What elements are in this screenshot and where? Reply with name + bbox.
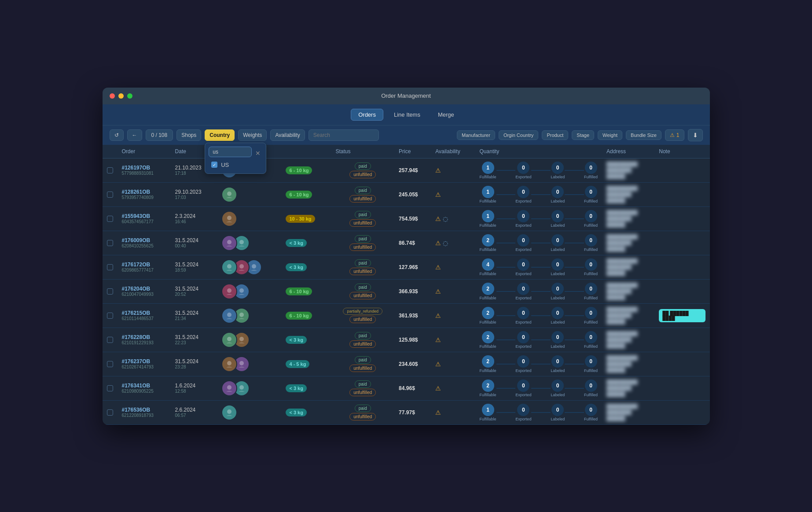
tab-orders[interactable]: Orders — [351, 109, 383, 121]
row-checkbox[interactable] — [107, 385, 113, 391]
svg-point-10 — [227, 313, 231, 317]
bundle-size-filter[interactable]: Bundle Size — [626, 130, 661, 140]
status-group: paid unfulfilled — [335, 162, 390, 178]
row-checkbox[interactable] — [107, 167, 113, 173]
qty-label: Fulfilled — [584, 199, 598, 203]
qty-connector — [565, 218, 584, 219]
col-order: Order — [118, 145, 171, 158]
country-dropdown-close[interactable]: ✕ — [254, 149, 262, 158]
table-row[interactable]: #176215OB621011448653731.5.202421:34 6 -… — [103, 303, 710, 328]
download-button[interactable]: ⬇ — [688, 129, 703, 141]
qty-label: Labeled — [551, 247, 565, 252]
country-button[interactable]: Country — [205, 129, 235, 141]
qty-value: 0 — [551, 210, 564, 222]
row-checkbox[interactable] — [107, 216, 113, 222]
payment-status: paid — [355, 356, 371, 364]
order-date: 31.5.2024 — [175, 286, 213, 292]
close-traffic-light[interactable] — [110, 93, 115, 99]
svg-point-17 — [239, 385, 244, 390]
qty-connector — [496, 388, 516, 389]
order-sub: 6210114486537 — [122, 316, 166, 321]
table-row[interactable]: #176237OB621026741479331.5.202423:28 4 -… — [103, 352, 710, 376]
qty-value: 0 — [551, 307, 564, 319]
tab-merge[interactable]: Merge — [431, 109, 461, 121]
qty-node-labeled: 0 Labeled — [551, 234, 565, 252]
country-search-input[interactable] — [209, 147, 252, 157]
fulfillment-status: unfulfilled — [349, 268, 376, 275]
availability-warning-icon: ⚠ — [435, 264, 441, 271]
col-status: Status — [331, 145, 394, 158]
availability-button[interactable]: Availability — [270, 129, 305, 141]
table-row[interactable]: #155943OB60435745671772.3.202416:46 10 -… — [103, 206, 710, 231]
product-image — [221, 187, 237, 203]
country-filter: Country ✕ ✓ US — [205, 129, 235, 141]
shops-button[interactable]: Shops — [176, 129, 201, 141]
minimize-traffic-light[interactable] — [118, 93, 124, 99]
refresh-button[interactable]: ↺ — [110, 129, 124, 141]
alert-count: 1 — [676, 132, 680, 138]
address-block: ████████████████████████ — [606, 258, 650, 276]
address-block: ████████████████████████ — [606, 161, 650, 180]
stage-filter[interactable]: Stage — [572, 130, 594, 140]
table-row[interactable]: #128261OB579395774080929.10.202317:03 6 … — [103, 182, 710, 206]
qty-node-labeled: 0 Labeled — [551, 307, 565, 324]
qty-label: Fulfilled — [584, 393, 598, 397]
svg-point-12 — [227, 337, 231, 341]
table-row[interactable]: #176204OB621004704999331.5.202420:52 6 -… — [103, 279, 710, 303]
table-row[interactable]: #176341OB62109809052251.6.202412:58 < 3 … — [103, 376, 710, 400]
row-checkbox[interactable] — [107, 264, 113, 270]
weights-button[interactable]: Weights — [238, 129, 267, 141]
back-button[interactable]: ← — [127, 129, 142, 141]
row-checkbox[interactable] — [107, 313, 113, 319]
qty-node-exported: 0 Exported — [515, 307, 531, 324]
order-time: 00:40 — [175, 243, 213, 248]
qty-label: Exported — [515, 320, 531, 324]
row-checkbox[interactable] — [107, 361, 113, 367]
table-row[interactable]: #126197OB577988893108121.10.202317:18 6 … — [103, 158, 710, 182]
qty-value: 0 — [551, 258, 564, 271]
payment-status: paid — [355, 259, 371, 267]
product-filter[interactable]: Product — [542, 130, 568, 140]
order-id: #176009OB — [122, 237, 166, 243]
order-date: 31.5.2024 — [175, 262, 213, 268]
row-checkbox[interactable] — [107, 409, 113, 416]
availability-warning-icon: ⚠ — [435, 409, 441, 416]
svg-point-6 — [239, 264, 244, 269]
qty-value: 2 — [482, 379, 494, 392]
alert-button[interactable]: ⚠ 1 — [665, 129, 684, 141]
table-row[interactable]: #176536OB62122089187932.6.202406:57 < 3 … — [103, 400, 710, 424]
address-block: ████████████████████████ — [606, 282, 650, 301]
payment-status: paid — [355, 332, 371, 339]
row-checkbox[interactable] — [107, 288, 113, 295]
fullscreen-traffic-light[interactable] — [127, 93, 132, 99]
origin-country-filter[interactable]: Orgin Country — [499, 130, 538, 140]
qty-value: 0 — [551, 234, 564, 247]
search-input[interactable] — [309, 129, 379, 141]
qty-label: Fulfilled — [584, 320, 598, 324]
table-header: Order Date Product Status Price Availabi… — [103, 145, 710, 158]
manufacturer-filter[interactable]: Manufacturer — [457, 130, 495, 140]
fulfillment-status: unfulfilled — [349, 292, 376, 299]
table-row[interactable]: #176172OB620986577741731.5.202418:59 < 3… — [103, 255, 710, 279]
table-row[interactable]: #176228OB621019122919331.5.202422:23 < 3… — [103, 328, 710, 352]
qty-connector — [496, 194, 516, 195]
order-time: 12:58 — [175, 389, 213, 394]
qty-value: 0 — [585, 283, 597, 295]
svg-point-4 — [239, 240, 244, 244]
price: 366.93$ — [399, 288, 418, 295]
qty-node-exported: 0 Exported — [515, 162, 531, 179]
qty-connector — [531, 315, 551, 316]
table-container: Order Date Product Status Price Availabi… — [103, 145, 710, 425]
row-checkbox[interactable] — [107, 337, 113, 343]
product-image — [221, 211, 237, 227]
qty-node-labeled: 0 Labeled — [551, 162, 565, 179]
row-checkbox[interactable] — [107, 240, 113, 246]
qty-connector — [531, 291, 551, 292]
country-option-us[interactable]: ✓ US — [209, 160, 262, 170]
table-row[interactable]: #176009OB620841025562531.5.202400:40 < 3… — [103, 231, 710, 255]
tab-line-items[interactable]: Line Items — [387, 109, 427, 121]
weight-filter[interactable]: Weight — [598, 130, 622, 140]
product-image — [221, 308, 237, 324]
row-checkbox[interactable] — [107, 192, 113, 198]
svg-point-1 — [227, 192, 231, 196]
